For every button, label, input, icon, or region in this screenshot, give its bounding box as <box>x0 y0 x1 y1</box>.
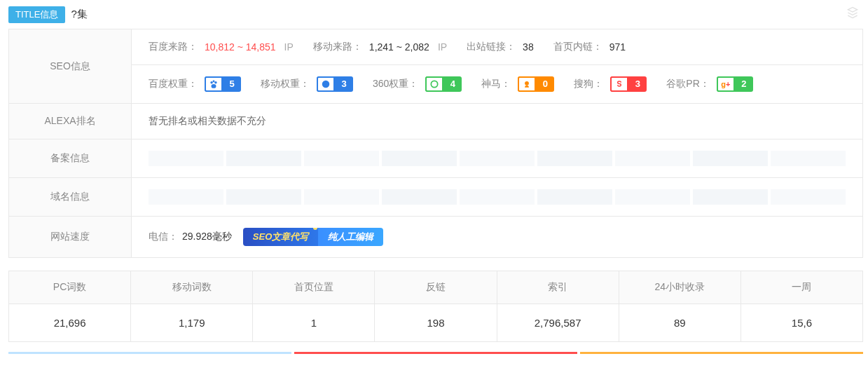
row-speed: 网站速度 电信： 29.928毫秒 SEO文章代写 纯人工编辑 <box>9 217 862 257</box>
sogou-weight-value: 3 <box>628 76 647 92</box>
label-mobile-traffic: 移动来路： <box>313 41 362 53</box>
stats-table: PC词数21,696移动词数1,179首页位置1反链198索引2,796,587… <box>8 271 863 342</box>
ip-suffix: IP <box>284 41 294 53</box>
stats-head: 反链 <box>375 271 496 304</box>
speed-value: 29.928毫秒 <box>182 231 232 243</box>
promo-right-text: 纯人工编辑 <box>318 228 383 246</box>
label-outlinks: 出站链接： <box>467 41 516 53</box>
sogou-icon <box>610 76 628 92</box>
seo-values: 百度来路： 10,812 ~ 14,851 IP 移动来路： 1,241 ~ 2… <box>132 29 862 103</box>
stats-value[interactable]: 198 <box>375 304 496 341</box>
badge-shenma-weight[interactable]: 0 <box>518 76 554 92</box>
promo-left-text: SEO文章代写 <box>243 228 318 246</box>
svg-point-1 <box>214 81 217 84</box>
stats-column: 索引2,796,587 <box>497 271 619 341</box>
baidu-mobile-icon <box>317 76 335 92</box>
360-weight-value: 4 <box>443 76 462 92</box>
seo-info-table: SEO信息 百度来路： 10,812 ~ 14,851 IP 移动来路： 1,2… <box>8 29 863 258</box>
label-google-pr: 谷歌PR： <box>666 78 709 90</box>
stats-head: 索引 <box>497 271 619 304</box>
speed-value-cell: 电信： 29.928毫秒 SEO文章代写 纯人工编辑 <box>132 217 862 257</box>
svg-point-0 <box>210 81 213 84</box>
title-badge: TITLE信息 <box>8 6 65 23</box>
svg-point-6 <box>525 81 529 86</box>
seo-weights-row: 百度权重： 5 移动权重： 3 <box>132 65 862 103</box>
stats-value[interactable]: 2,796,587 <box>497 304 619 341</box>
stats-head: 首页位置 <box>253 271 374 304</box>
speed-isp-label: 电信： <box>149 231 178 243</box>
stats-value[interactable]: 1 <box>253 304 374 341</box>
stats-column: PC词数21,696 <box>9 271 131 341</box>
svg-point-2 <box>213 80 215 82</box>
promo-badge[interactable]: SEO文章代写 纯人工编辑 <box>243 228 383 246</box>
beian-value-cell <box>132 139 862 177</box>
ip-suffix: IP <box>438 41 447 53</box>
beian-label: 备案信息 <box>9 139 132 177</box>
alexa-value: 暂无排名或相关数据不充分 <box>149 115 266 128</box>
bottom-bars <box>8 352 863 354</box>
label-sogou-weight: 搜狗： <box>574 78 603 90</box>
domain-label: 域名信息 <box>9 178 132 216</box>
stats-value[interactable]: 1,179 <box>131 304 252 341</box>
svg-point-4 <box>322 81 330 88</box>
value-mobile-traffic[interactable]: 1,241 ~ 2,082 <box>369 41 429 53</box>
stats-head: 24小时收录 <box>619 271 740 304</box>
baidu-weight-value: 5 <box>223 76 241 92</box>
shenma-icon <box>518 76 536 92</box>
seo-traffic-row: 百度来路： 10,812 ~ 14,851 IP 移动来路： 1,241 ~ 2… <box>132 29 862 65</box>
row-beian: 备案信息 <box>9 139 862 178</box>
stats-value[interactable]: 89 <box>619 304 740 341</box>
label-mobile-weight: 移动权重： <box>261 78 310 90</box>
stats-column: 一周15,6 <box>741 271 862 341</box>
metric-mobile-weight: 移动权重： 3 <box>261 76 353 92</box>
domain-value-cell <box>132 178 862 216</box>
badge-mobile-weight[interactable]: 3 <box>317 76 353 92</box>
bar-segment <box>580 352 863 354</box>
360-icon <box>425 76 443 92</box>
stats-column: 反链198 <box>375 271 497 341</box>
seo-label: SEO信息 <box>9 29 132 103</box>
google-icon: g+ <box>717 76 735 92</box>
svg-point-5 <box>432 81 438 87</box>
stats-head: 一周 <box>741 271 862 304</box>
title-bar: TITLE信息 ?集 <box>0 0 868 29</box>
google-pr-value: 2 <box>735 76 753 92</box>
metric-360-weight: 360权重： 4 <box>373 76 462 92</box>
metric-homelinks: 首页内链： 971 <box>553 41 626 53</box>
stats-value[interactable]: 15,6 <box>741 304 862 341</box>
badge-360-weight[interactable]: 4 <box>425 76 462 92</box>
svg-point-3 <box>212 84 216 88</box>
mobile-weight-value: 3 <box>335 76 353 92</box>
badge-google-pr[interactable]: g+ 2 <box>717 76 753 92</box>
row-alexa: ALEXA排名 暂无排名或相关数据不充分 <box>9 104 862 139</box>
label-baidu-traffic: 百度来路： <box>149 41 198 53</box>
stats-value[interactable]: 21,696 <box>9 304 130 341</box>
value-outlinks[interactable]: 38 <box>523 41 534 53</box>
label-360-weight: 360权重： <box>373 78 418 90</box>
label-homelinks: 首页内链： <box>553 41 602 53</box>
baidu-paw-icon <box>205 76 223 92</box>
metric-mobile-traffic: 移动来路： 1,241 ~ 2,082 IP <box>313 41 447 53</box>
alexa-value-cell: 暂无排名或相关数据不充分 <box>132 104 862 139</box>
metric-baidu-weight: 百度权重： 5 <box>149 76 241 92</box>
metric-google-pr: 谷歌PR： g+ 2 <box>666 76 752 92</box>
page-title-suffix: ?集 <box>71 8 87 21</box>
speed-label: 网站速度 <box>9 217 132 257</box>
beian-redacted <box>149 151 846 166</box>
row-seo: SEO信息 百度来路： 10,812 ~ 14,851 IP 移动来路： 1,2… <box>9 29 862 104</box>
badge-baidu-weight[interactable]: 5 <box>205 76 241 92</box>
value-homelinks[interactable]: 971 <box>609 41 626 53</box>
value-baidu-traffic[interactable]: 10,812 ~ 14,851 <box>205 41 276 53</box>
metric-shenma-weight: 神马： 0 <box>481 76 554 92</box>
badge-sogou-weight[interactable]: 3 <box>610 76 647 92</box>
row-domain: 域名信息 <box>9 178 862 217</box>
label-baidu-weight: 百度权重： <box>149 78 198 90</box>
stack-icon[interactable] <box>846 6 860 23</box>
shenma-weight-value: 0 <box>536 76 554 92</box>
bar-segment <box>8 352 291 354</box>
stats-column: 移动词数1,179 <box>131 271 253 341</box>
domain-redacted <box>149 189 846 205</box>
metric-baidu-traffic: 百度来路： 10,812 ~ 14,851 IP <box>149 41 294 53</box>
metric-sogou-weight: 搜狗： 3 <box>574 76 647 92</box>
alexa-label: ALEXA排名 <box>9 104 132 139</box>
